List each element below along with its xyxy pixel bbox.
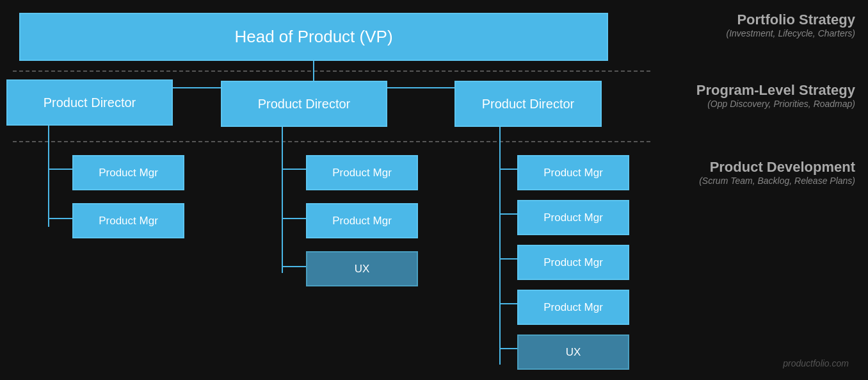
development-subtitle: (Scrum Team, Backlog, Release Plans) xyxy=(644,176,855,186)
mgr-2b-box: Product Mgr xyxy=(306,203,418,238)
dir3-to-mgr3d xyxy=(499,303,518,304)
program-title: Program-Level Strategy xyxy=(644,82,855,99)
dir1-down xyxy=(48,126,49,150)
dir2-to-mgr2b xyxy=(282,218,307,219)
mgr-2a-box: Product Mgr xyxy=(306,155,418,190)
dir3-to-ux3 xyxy=(499,348,518,349)
mgr-1b-box: Product Mgr xyxy=(72,203,184,238)
dir2-down xyxy=(282,127,283,151)
dir2-to-mgr2a xyxy=(282,169,307,170)
dir3-to-mgr3a xyxy=(499,169,518,170)
development-label-area: Product Development (Scrum Team, Backlog… xyxy=(644,159,855,186)
dir1-to-mgr1b xyxy=(48,218,74,219)
director-1-box: Product Director xyxy=(6,79,173,126)
mgr-3d-box: Product Mgr xyxy=(517,290,629,325)
head-of-product-box: Head of Product (VP) xyxy=(19,13,608,61)
org-chart: Head of Product (VP) Product Director Pr… xyxy=(0,0,868,380)
portfolio-subtitle: (Investment, Lifecycle, Charters) xyxy=(657,28,855,38)
director-1-label: Product Director xyxy=(44,95,136,110)
watermark: productfolio.com xyxy=(783,358,849,368)
separator-line-2 xyxy=(13,141,650,142)
mgr-2b-label: Product Mgr xyxy=(332,215,392,227)
development-title: Product Development xyxy=(644,159,855,176)
ux-2-label: UX xyxy=(355,263,370,276)
portfolio-title: Portfolio Strategy xyxy=(657,12,855,28)
mgr-3b-box: Product Mgr xyxy=(517,200,629,235)
mgr-3c-box: Product Mgr xyxy=(517,245,629,280)
separator-line-1 xyxy=(13,70,650,72)
ux-3-box: UX xyxy=(517,335,629,370)
dir1-bracket-h xyxy=(48,150,49,227)
dir3-down xyxy=(499,127,501,151)
director-2-box: Product Director xyxy=(221,81,387,127)
ux-2-box: UX xyxy=(306,251,418,286)
head-of-product-label: Head of Product (VP) xyxy=(234,27,392,47)
portfolio-label-area: Portfolio Strategy (Investment, Lifecycl… xyxy=(657,12,855,38)
dir3-to-mgr3c xyxy=(499,258,518,260)
dir3-to-mgr3b xyxy=(499,213,518,215)
mgr-2a-label: Product Mgr xyxy=(332,167,392,179)
mgr-1a-label: Product Mgr xyxy=(99,167,158,179)
mgr-3c-label: Product Mgr xyxy=(543,256,603,269)
mgr-3d-label: Product Mgr xyxy=(543,301,603,314)
director-3-label: Product Director xyxy=(482,97,575,112)
program-subtitle: (Opp Discovery, Priorities, Roadmap) xyxy=(644,99,855,109)
director-2-label: Product Director xyxy=(258,97,351,112)
mgr-1a-box: Product Mgr xyxy=(72,155,184,190)
dir2-to-ux2 xyxy=(282,266,307,267)
mgr-3a-label: Product Mgr xyxy=(543,167,603,179)
mgr-3b-label: Product Mgr xyxy=(543,211,603,224)
director-3-box: Product Director xyxy=(454,81,602,127)
dir1-to-mgr1a xyxy=(48,169,74,170)
mgr-3a-box: Product Mgr xyxy=(517,155,629,190)
ux-3-label: UX xyxy=(566,346,581,359)
program-label-area: Program-Level Strategy (Opp Discovery, P… xyxy=(644,82,855,109)
mgr-1b-label: Product Mgr xyxy=(99,215,158,227)
